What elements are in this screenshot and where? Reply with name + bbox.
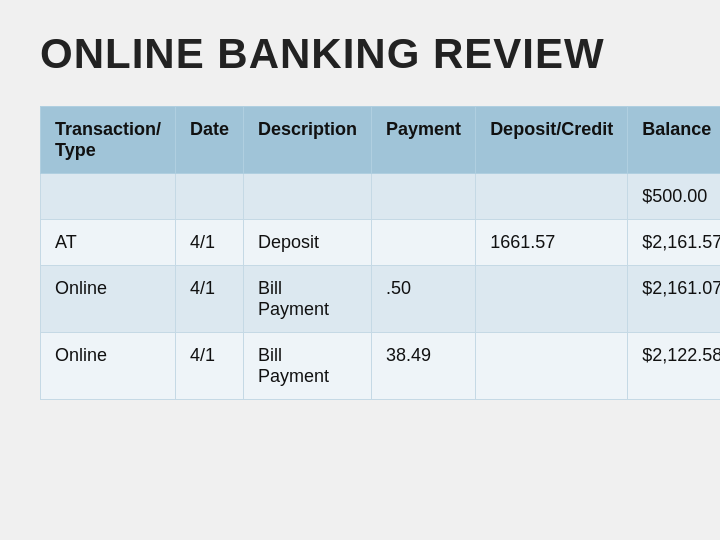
cell-date: 4/1 <box>176 266 244 333</box>
cell-deposit-credit <box>476 333 628 400</box>
table-row: AT4/1Deposit1661.57$2,161.57 <box>41 220 721 266</box>
col-header-transaction-type: Transaction/Type <box>41 107 176 174</box>
cell-description: Deposit <box>244 220 372 266</box>
cell-transaction-type: AT <box>41 220 176 266</box>
cell-description: BillPayment <box>244 266 372 333</box>
page-title: ONLINE BANKING REVIEW <box>40 30 605 78</box>
cell-payment: 38.49 <box>372 333 476 400</box>
cell-payment <box>372 174 476 220</box>
col-header-date: Date <box>176 107 244 174</box>
cell-date: 4/1 <box>176 220 244 266</box>
col-header-balance: Balance <box>628 107 720 174</box>
cell-description <box>244 174 372 220</box>
cell-balance: $500.00 <box>628 174 720 220</box>
cell-payment <box>372 220 476 266</box>
cell-date: 4/1 <box>176 333 244 400</box>
cell-deposit-credit <box>476 266 628 333</box>
cell-description: BillPayment <box>244 333 372 400</box>
banking-review-table: Transaction/Type Date Description Paymen… <box>40 106 720 400</box>
table-row: Online4/1BillPayment.50$2,161.07 <box>41 266 721 333</box>
cell-transaction-type <box>41 174 176 220</box>
cell-deposit-credit: 1661.57 <box>476 220 628 266</box>
cell-balance: $2,122.58 <box>628 333 720 400</box>
table-header-row: Transaction/Type Date Description Paymen… <box>41 107 721 174</box>
cell-payment: .50 <box>372 266 476 333</box>
cell-balance: $2,161.57 <box>628 220 720 266</box>
table-row: $500.00 <box>41 174 721 220</box>
cell-date <box>176 174 244 220</box>
cell-transaction-type: Online <box>41 333 176 400</box>
cell-transaction-type: Online <box>41 266 176 333</box>
col-header-description: Description <box>244 107 372 174</box>
cell-deposit-credit <box>476 174 628 220</box>
col-header-deposit-credit: Deposit/Credit <box>476 107 628 174</box>
table-row: Online4/1BillPayment38.49$2,122.58 <box>41 333 721 400</box>
col-header-payment: Payment <box>372 107 476 174</box>
cell-balance: $2,161.07 <box>628 266 720 333</box>
